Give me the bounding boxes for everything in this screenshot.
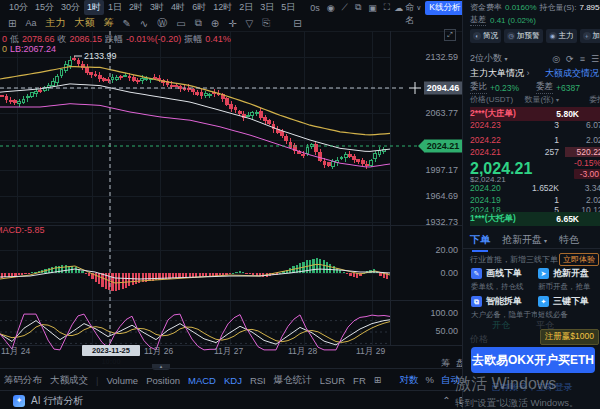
compare-icon[interactable]: ⧉ [352,2,364,13]
order-tab-下单[interactable]: 下单 [470,231,490,249]
auto-scale-button[interactable]: 自动 [441,374,460,387]
orderbook-row[interactable]: 2024.21257520.222K [470,146,600,158]
order-tab-抢新开盘[interactable]: 抢新开盘▾ [502,231,547,249]
collapse-chevron-icon[interactable]: ⌃ [442,395,450,406]
overlay-筹[interactable]: 筹 [103,16,113,30]
refresh-icon[interactable]: ⟳ [566,54,574,64]
large-trades-link[interactable]: 大额成交情况 [545,67,600,80]
indicator-tab-Volume[interactable]: Volume [106,375,138,386]
chip-distribution-toggle: 筹 [441,358,456,368]
cross-tool-icon[interactable]: ✛ [228,18,236,29]
indicator-tab-筹码分布[interactable]: 筹码分布 [4,374,42,387]
text-style-icon[interactable]: Aa [25,18,36,28]
large-ask-banner[interactable]: 2***(大庄单) 5.80K [470,107,600,121]
order-tab-特色[interactable]: 特色 [559,231,579,249]
orderbook-row[interactable]: 2024.201.652K3.344M [470,182,600,194]
interval-30分[interactable]: 30分 [58,0,83,15]
orderbook-row[interactable]: 2024.1912.024K [470,194,600,206]
action-主力[interactable]: ◉主力 [546,29,577,43]
panel-icon-group: ◎⟳≡☰ [552,54,600,64]
crosshair-date-tooltip: 2023-11-25 10:00 [82,345,140,356]
interval-15分[interactable]: 15分 [32,0,57,15]
log-scale-button[interactable]: 对数 [400,374,419,387]
camera-icon[interactable]: ◉ [324,3,338,13]
target-icon[interactable]: ◎ [552,54,560,64]
rect-icon[interactable]: ▭ [176,18,185,29]
action-icon: ◷ [507,32,515,40]
trash-icon[interactable]: ⊟ [293,18,301,29]
add-shape-icon[interactable]: ⊕ [211,18,219,29]
feature-三键下单[interactable]: ✦三键下单短线必备 [538,295,600,320]
qty-sort[interactable]: 数量(张) ▾ [514,94,559,105]
large-bid-banner[interactable]: 1***(大托单) 6.65K [470,212,600,226]
feature-智能拆单[interactable]: ⧉智能拆单大户必备，隐单于市 [471,295,537,320]
expand-chart-icon[interactable]: ⤢ [444,29,456,41]
list-icon[interactable]: ☰ [591,54,599,64]
interval-5日[interactable]: 5日 [278,0,298,15]
indicator-tab-RSI[interactable]: RSI [250,375,266,386]
kline-chart[interactable]: 2094.462024.212132.592063.771997.171964.… [0,31,462,358]
frame-icon[interactable]: ⧉ [195,17,202,29]
funding-row: 资金费率 0.0160% 持仓量(S): 7.895亿 [470,2,600,13]
x-tick: 11月 27 [214,346,243,358]
interval-2时[interactable]: 2时 [126,0,146,15]
kline-analysis-button[interactable]: K线分析 [425,1,464,15]
ai-analysis-bar[interactable]: ✦ AI 行情分析 ⌃ ⊡ [0,390,475,409]
copy-icon[interactable]: ⎘ [262,17,270,29]
action-简况[interactable]: ◐简况 [470,29,501,43]
interval-10分[interactable]: 10分 [6,0,31,15]
svg-text:1932.73: 1932.73 [425,217,458,227]
layout-icon[interactable]: ▣ [365,3,380,13]
countdown-label: 0s [307,3,323,13]
pencil-icon[interactable]: ✎ [122,18,130,29]
login-link[interactable]: 已有账号，立即登录 [463,381,600,394]
action-icon: ＋ [583,32,591,40]
wave-icon[interactable]: ∿ [140,18,148,29]
feature-画线下单[interactable]: ✎画线下单委单线，持仓线 [471,267,537,292]
more-indicators-icon[interactable]: ⊞ [374,375,382,385]
overlay-大额[interactable]: 大额 [74,16,94,30]
action-加预警[interactable]: ◷加预警 [504,29,543,43]
interval-3日[interactable]: 3日 [257,0,277,15]
svg-text:2063.77: 2063.77 [425,108,458,118]
percent-scale-button[interactable]: % [426,374,434,387]
depth-icon[interactable]: ≡ [580,54,585,64]
indicator-tab-Position[interactable]: Position [146,375,180,386]
interval-3时[interactable]: 3时 [147,0,167,15]
orderbook-row[interactable]: 2024.2336.073K [470,121,600,128]
decimals-select[interactable]: 2位小数 ▾ [470,52,508,65]
svg-text:2024.21: 2024.21 [427,141,460,151]
indicator-tab-FR[interactable]: FR [353,375,366,386]
divider: | [96,375,98,386]
action-加自选[interactable]: ＋加自选 [580,29,600,43]
try-now-button[interactable]: 立即体验 [559,253,599,266]
overlay-主力[interactable]: 主力 [45,16,65,30]
interval-6时[interactable]: 6时 [189,0,209,15]
main-orders-link[interactable]: 主力大单情况 › [470,67,530,80]
fullscreen-icon[interactable]: ⛶ [381,2,393,13]
orderbook-row[interactable]: 2024.2212.024K [470,134,600,146]
interval-2日[interactable]: 2日 [236,0,256,15]
right-panel: 资金费率 0.0160% 持仓量(S): 7.895亿 基差 0.41 (0.0… [462,0,600,409]
feature-icon: ⧉ [471,296,482,307]
indicator-tab-LSUR[interactable]: LSUR [320,375,345,386]
w-circle-icon[interactable]: Ⓦ [157,16,167,30]
svg-text:2132.59: 2132.59 [425,52,458,62]
trend-line-icon[interactable]: ⟋ [339,2,351,13]
indicator-tab-大额成交[interactable]: 大额成交 [50,374,88,387]
interval-1日[interactable]: 1日 [105,0,125,15]
filter-icon[interactable]: ▽ [246,18,254,29]
x-tick: 11月 29 [356,346,385,358]
grid-setting-icon[interactable]: ⊞ [8,18,16,29]
ratio-row: 委比 +0.23% 委差 +6387 [470,81,600,94]
okx-signup-button[interactable]: 去欧易OKX开户买ETH [471,347,595,373]
feature-抢新开盘[interactable]: ➤抢新开盘新币开盘，抢单 [538,267,600,292]
indicator-tab-KDJ[interactable]: KDJ [224,375,242,386]
interval-4时[interactable]: 4时 [168,0,188,15]
boll-info-line: 0LB:2067.24 [2,44,59,54]
basis-row: 基差 0.41 (0.02%) [470,14,600,26]
indicator-tab-爆仓统计[interactable]: 爆仓统计 [274,374,312,387]
interval-12时[interactable]: 12时 [210,0,235,15]
interval-1时[interactable]: 1时 [84,0,104,15]
indicator-tab-MACD[interactable]: MACD [188,375,216,386]
